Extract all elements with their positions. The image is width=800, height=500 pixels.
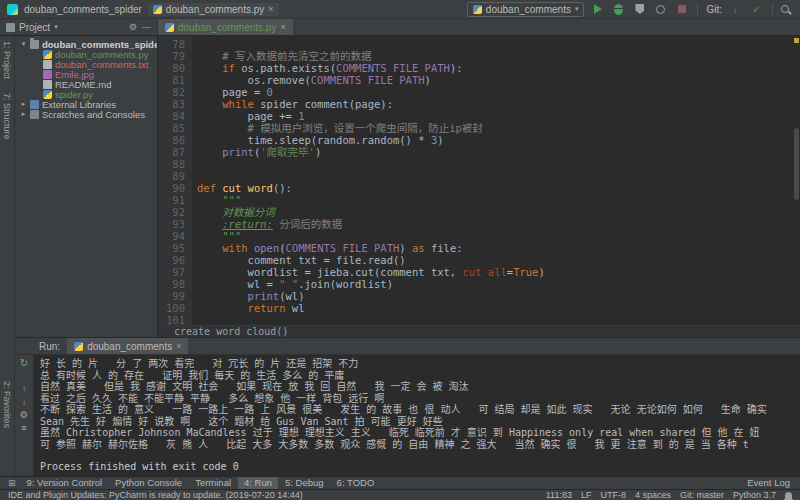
settings-gear-icon[interactable]: ⚙ — [129, 22, 137, 32]
chevron-down-icon[interactable]: ▾ — [54, 23, 58, 31]
scrollbar-thumb[interactable] — [794, 128, 799, 200]
line-number: 92 — [158, 206, 185, 218]
project-dropdown[interactable]: Project — [19, 22, 50, 33]
code-line[interactable] — [197, 38, 792, 50]
rerun-icon[interactable]: ↻ — [20, 357, 28, 369]
code-line[interactable]: print('爬取完毕') — [197, 146, 792, 158]
run-panel-label: Run: — [39, 341, 60, 352]
line-number: 78 — [158, 38, 185, 50]
line-number: 94 — [158, 230, 185, 242]
editor-scrollbar[interactable] — [792, 36, 800, 325]
code-line[interactable]: return wl — [197, 302, 792, 314]
run-button[interactable] — [590, 2, 605, 17]
code-line[interactable]: # 模拟用户浏览，设置一个爬虫间隔，防止ip被封 — [197, 122, 792, 134]
status-widget[interactable]: Git: master — [680, 490, 724, 500]
tool-window-tab[interactable]: Terminal — [189, 477, 237, 490]
line-number: 88 — [158, 158, 185, 170]
code-line[interactable]: comment_txt = file.read() — [197, 254, 792, 266]
tool-button-structure[interactable]: 7: Structure — [2, 93, 12, 140]
up-arrow-icon[interactable]: ↑ — [22, 383, 27, 395]
tool-window-tab[interactable]: Python Console — [109, 477, 188, 490]
text-icon — [43, 80, 52, 89]
code-line[interactable]: wl = " ".join(wordlist) — [197, 278, 792, 290]
tool-window-tab[interactable]: Event Log — [741, 477, 796, 490]
code-line[interactable]: while spider_comment(page): — [197, 98, 792, 110]
output-lines: 好 长 的 片 分 了 两次 看完 对 冗长 的 片 还是 招架 不力总 有时候… — [40, 358, 800, 450]
coverage-button[interactable] — [632, 2, 647, 17]
run-tab[interactable]: douban_comments × — [67, 338, 188, 354]
chevron-down-icon[interactable]: ▾ — [20, 40, 27, 48]
code-line[interactable]: page += 1 — [197, 110, 792, 122]
profiler-button[interactable] — [653, 2, 668, 17]
tool-window-tab[interactable]: 6: TODO — [331, 477, 381, 490]
run-config-select[interactable]: douban_comments ▾ — [467, 2, 585, 17]
git-commit-button[interactable]: ✓ — [749, 2, 764, 17]
code-line[interactable]: os.remove(COMMENTS_FILE_PATH) — [197, 74, 792, 86]
code-line[interactable]: """ — [197, 194, 792, 206]
code-line[interactable]: """ — [197, 230, 792, 242]
search-icon[interactable] — [781, 5, 789, 13]
project-panel-tools: ⚙— — [129, 22, 151, 32]
close-icon[interactable]: × — [268, 5, 273, 14]
chevron-right-icon[interactable]: ▸ — [20, 100, 27, 108]
tree-item[interactable]: ▸External Libraries — [15, 99, 157, 109]
notification-bell-icon[interactable] — [785, 492, 792, 499]
git-update-button[interactable]: ↓ — [728, 2, 743, 17]
status-widget[interactable]: Python 3.7 — [733, 490, 776, 500]
code-line[interactable]: # 写入数据前先清空之前的数据 — [197, 50, 792, 62]
code-line[interactable]: page = 0 — [197, 86, 792, 98]
code-line[interactable] — [197, 314, 792, 325]
inspection-warning-icon[interactable] — [794, 38, 799, 43]
tree-item[interactable]: douban_comments.txt — [15, 59, 157, 69]
editor-tab[interactable]: douban_comments.py × — [158, 19, 293, 35]
code-line[interactable]: if os.path.exists(COMMENTS_FILE_PATH): — [197, 62, 792, 74]
navbar: Project ▾ ⚙— douban_comments.py × — [0, 19, 800, 36]
editor-partial-line[interactable]: create_word_cloud() — [158, 325, 800, 337]
settings-gear-icon[interactable]: ⚙ — [20, 409, 29, 421]
status-widget[interactable]: UTF-8 — [600, 490, 626, 500]
tree-item[interactable]: spider.py — [15, 89, 157, 99]
content: 1: Project 7: Structure 2: Favorites ▾do… — [0, 36, 800, 476]
code-line[interactable] — [197, 158, 792, 170]
tree-item[interactable]: Emile.jpg — [15, 69, 157, 79]
tool-window-tab[interactable]: 4: Run — [238, 477, 278, 490]
status-message[interactable]: IDE and Plugin Updates: PyCharm is ready… — [8, 490, 537, 500]
tree-item[interactable]: README.md — [15, 79, 157, 89]
tree-item[interactable]: douban_comments.py — [15, 49, 157, 59]
code-line[interactable]: print(wl) — [197, 290, 792, 302]
editor-code[interactable]: # 写入数据前先清空之前的数据 if os.path.exists(COMMEN… — [192, 36, 792, 325]
down-arrow-icon[interactable]: ↓ — [22, 396, 27, 408]
python-file-icon — [473, 5, 482, 14]
debug-button[interactable] — [611, 2, 626, 17]
code-line[interactable]: :return: 分词后的数据 — [197, 218, 792, 230]
hide-panel-icon[interactable]: — — [142, 22, 151, 32]
editor-gutter: 7879808182838485868788899091929394959697… — [158, 36, 192, 325]
tool-window-tab[interactable]: 9: Version Control — [21, 477, 109, 490]
tool-button-favorites[interactable]: 2: Favorites — [2, 381, 12, 428]
chevron-right-icon[interactable]: ▸ — [20, 110, 27, 118]
tool-window-tabs: 9: Version ControlPython ConsoleTerminal… — [21, 477, 381, 490]
code-line[interactable] — [197, 170, 792, 182]
code-line[interactable]: wordlist = jieba.cut(comment_txt, cut_al… — [197, 266, 792, 278]
stop-button[interactable] — [674, 2, 689, 17]
status-widget[interactable]: 4 spaces — [635, 490, 671, 500]
tool-button-project[interactable]: 1: Project — [2, 41, 12, 79]
status-widget[interactable]: LF — [581, 490, 592, 500]
code-line[interactable]: 对数据分词 — [197, 206, 792, 218]
run-output[interactable]: 好 长 的 片 分 了 两次 看完 对 冗长 的 片 还是 招架 不力总 有时候… — [34, 355, 800, 476]
code-line[interactable]: def cut_word(): — [197, 182, 792, 194]
tool-window-switcher-icon[interactable]: ⊞ — [8, 478, 16, 488]
tool-window-tab[interactable]: 5: Debug — [279, 477, 330, 490]
python-file-icon — [74, 342, 83, 351]
code-line[interactable]: with open(COMMENTS_FILE_PATH) as file: — [197, 242, 792, 254]
tree-item[interactable]: ▸Scratches and Consoles — [15, 109, 157, 119]
close-icon[interactable]: × — [176, 342, 181, 351]
title-file-tab[interactable]: douban_comments.py × — [148, 3, 279, 16]
menu-icon[interactable]: ≡ — [21, 422, 27, 434]
status-widget[interactable]: 111:83 — [546, 490, 572, 500]
library-icon — [30, 100, 39, 109]
code-line[interactable]: time.sleep(random.random() * 3) — [197, 134, 792, 146]
tree-item[interactable]: ▾douban_comments_spider — [15, 39, 157, 49]
line-number: 93 — [158, 218, 185, 230]
close-icon[interactable]: × — [280, 23, 285, 32]
